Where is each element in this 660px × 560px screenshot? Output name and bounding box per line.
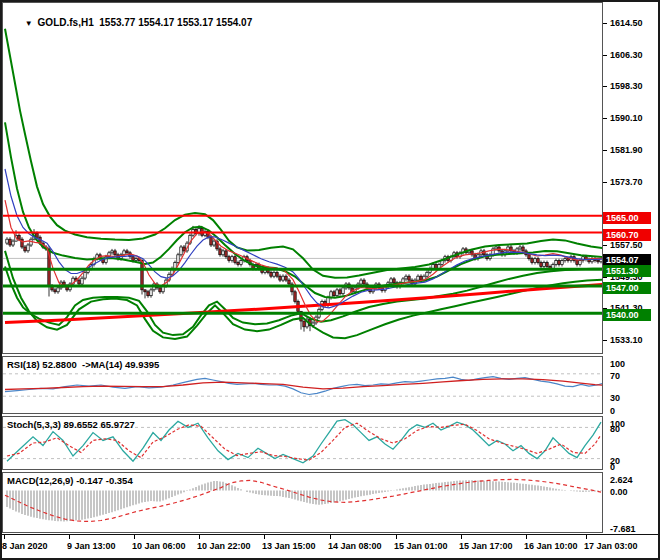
time-axis-tick xyxy=(396,535,397,539)
candle-body xyxy=(273,272,275,276)
time-tick-label: 14 Jan 08:00 xyxy=(328,541,382,551)
candle-body xyxy=(408,276,410,280)
price-axis-tick xyxy=(603,86,607,87)
indicator-scale-label: 80 xyxy=(610,424,620,434)
indicator-scale-label: 30 xyxy=(610,393,620,403)
candle-body xyxy=(417,276,419,280)
rsi-ma-line xyxy=(5,379,602,390)
stochastic-indicator-panel: Stoch(5,3,3) 89.6552 65.9727 xyxy=(2,416,603,470)
candle-body xyxy=(561,261,563,265)
candle-body xyxy=(54,290,56,292)
candle-body xyxy=(57,288,59,292)
candle-body xyxy=(363,280,365,284)
candle-body xyxy=(147,292,149,296)
price-axis-tick xyxy=(603,277,607,278)
level-price-badge: 1560.70 xyxy=(603,229,651,241)
candle-body xyxy=(537,259,539,263)
ma200-red xyxy=(5,284,602,322)
candle-body xyxy=(522,247,524,251)
candle-body xyxy=(84,272,86,278)
time-tick-label: 9 Jan 13:00 xyxy=(67,541,116,551)
price-tick-label: 1581.90 xyxy=(610,145,643,155)
candle-body xyxy=(228,257,230,261)
candle-body xyxy=(210,237,212,245)
candle-body xyxy=(531,259,533,263)
candle-body xyxy=(597,261,599,262)
main-chart-panel: ▼GOLD.fs,H1 1553.77 1554.17 1553.17 1554… xyxy=(2,2,603,354)
time-axis[interactable]: 8 Jan 20209 Jan 13:0010 Jan 06:0010 Jan … xyxy=(0,534,660,559)
candle-body xyxy=(576,261,578,265)
candle-body xyxy=(405,276,407,279)
time-axis-tick xyxy=(4,535,5,539)
candle-body xyxy=(132,257,134,261)
time-axis-tick xyxy=(586,535,587,539)
time-axis-tick xyxy=(134,535,135,539)
candle-body xyxy=(12,241,14,245)
candle-body xyxy=(219,249,221,255)
candle-body xyxy=(9,239,11,245)
candle-body xyxy=(579,261,581,265)
candle-body xyxy=(546,263,548,267)
macd-indicator-panel: MACD(12,26,9) -0.147 -0.354 xyxy=(2,472,603,533)
candle-body xyxy=(276,272,278,276)
candle-body xyxy=(231,257,233,261)
indicator-scale-label: 0 xyxy=(610,462,615,472)
time-tick-label: 10 Jan 06:00 xyxy=(132,541,186,551)
candle-body xyxy=(495,247,497,249)
level-price-badge: 1565.00 xyxy=(603,212,651,224)
candle-body xyxy=(279,276,281,280)
indicator-scale-label: 70 xyxy=(610,371,620,381)
time-tick-label: 17 Jan 03:00 xyxy=(584,541,638,551)
candle-body xyxy=(360,280,362,284)
candle-body xyxy=(540,263,542,267)
candle-body xyxy=(150,290,152,296)
indicator-scale-label: 0 xyxy=(610,406,615,416)
time-tick-label: 15 Jan 17:00 xyxy=(459,541,513,551)
macd-indicator-label: MACD(12,26,9) -0.147 -0.354 xyxy=(7,475,133,486)
candle-body xyxy=(237,263,239,265)
level-price-badge: 1547.00 xyxy=(603,282,651,294)
candle-body xyxy=(78,280,80,284)
candle-body xyxy=(390,279,392,283)
candle-body xyxy=(564,259,566,261)
time-tick-label: 10 Jan 22:00 xyxy=(197,541,251,551)
price-tick-label: 1598.30 xyxy=(610,81,643,91)
chart-symbol-ohlc-text: GOLD.fs,H1 1553.77 1554.17 1553.17 1554.… xyxy=(38,17,253,28)
price-axis-tick xyxy=(603,55,607,56)
time-tick-label: 16 Jan 10:00 xyxy=(524,541,578,551)
candle-body xyxy=(342,288,344,294)
candle-body xyxy=(543,263,545,267)
candle-body xyxy=(36,233,38,237)
candle-body xyxy=(282,276,284,280)
time-axis-tick xyxy=(526,535,527,539)
main-chart-canvas[interactable] xyxy=(3,3,602,353)
candle-body xyxy=(81,278,83,284)
price-tick-label: 1614.50 xyxy=(610,18,643,28)
price-axis-tick xyxy=(603,245,607,246)
level-price-badge: 1551.30 xyxy=(603,265,651,277)
price-axis-tick xyxy=(603,182,607,183)
price-tick-label: 1590.10 xyxy=(610,113,643,123)
indicator-scale-label: -7.681 xyxy=(610,524,636,534)
time-axis-tick xyxy=(330,535,331,539)
candle-body xyxy=(123,251,125,255)
candle-body xyxy=(333,292,335,296)
stochastic-indicator-label: Stoch(5,3,3) 89.6552 65.9727 xyxy=(7,419,135,430)
time-tick-label: 8 Jan 2020 xyxy=(2,541,48,551)
price-axis[interactable]: 1614.501606.301598.301590.101581.901573.… xyxy=(603,2,658,534)
collapse-arrow-icon[interactable]: ▼ xyxy=(25,19,33,28)
candle-body xyxy=(519,247,521,249)
candle-body xyxy=(336,290,338,296)
candle-body xyxy=(21,239,23,247)
candle-body xyxy=(288,280,290,284)
candle-body xyxy=(339,290,341,294)
price-axis-tick xyxy=(603,340,607,341)
candle-body xyxy=(393,279,395,283)
rsi-indicator-label: RSI(18) 52.8800 ->MA(14) 49.9395 xyxy=(7,359,159,370)
candle-body xyxy=(27,245,29,251)
candle-body xyxy=(285,276,287,280)
time-axis-tick xyxy=(69,535,70,539)
candle-body xyxy=(420,276,422,280)
candle-body xyxy=(270,272,272,276)
level-price-badge: 1540.00 xyxy=(603,309,651,321)
